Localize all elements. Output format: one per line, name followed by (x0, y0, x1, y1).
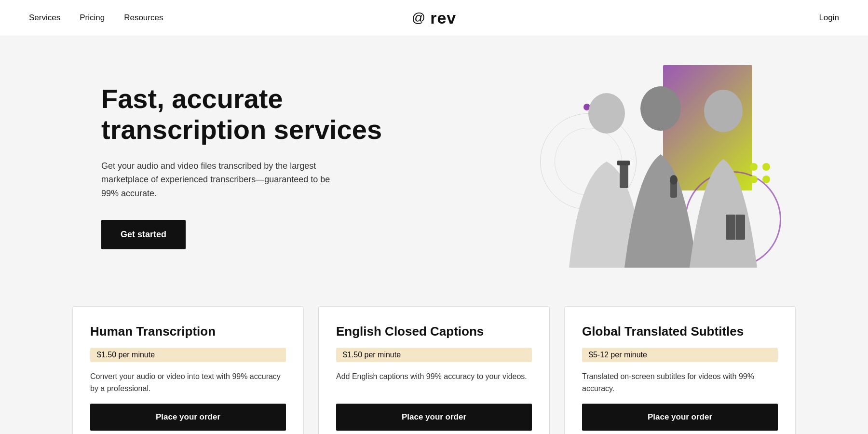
logo-text: rev (430, 9, 456, 27)
services-section: Human Transcription $1.50 per minute Con… (0, 297, 868, 434)
hero-subtitle: Get your audio and video files transcrib… (101, 159, 333, 201)
svg-point-0 (588, 93, 625, 134)
nav-services[interactable]: Services (29, 13, 60, 23)
card-2-title: English Closed Captions (336, 324, 532, 339)
nav-login[interactable]: Login (819, 13, 839, 23)
card-2-order-button[interactable]: Place your order (336, 404, 532, 431)
card-2-desc: Add English captions with 99% accuracy t… (336, 371, 532, 383)
svg-point-5 (670, 175, 678, 185)
card-3-title: Global Translated Subtitles (582, 324, 778, 339)
nav-logo[interactable]: @ rev (412, 9, 457, 27)
svg-point-3 (640, 86, 681, 131)
card-3-price: $5-12 per minute (582, 348, 778, 362)
svg-rect-2 (617, 161, 630, 165)
card-1-order-button[interactable]: Place your order (90, 404, 286, 431)
hero-content: Fast, accurate transcription services Ge… (101, 83, 400, 249)
hero-section: Fast, accurate transcription services Ge… (0, 36, 868, 297)
card-1-price: $1.50 per minute (90, 348, 286, 362)
card-3-order-button[interactable]: Place your order (582, 404, 778, 431)
nav-left: Services Pricing Resources (29, 13, 163, 23)
service-card-subtitles: Global Translated Subtitles $5-12 per mi… (564, 306, 796, 434)
svg-rect-1 (620, 162, 628, 188)
nav-pricing[interactable]: Pricing (80, 13, 105, 23)
navbar: Services Pricing Resources @ rev Login (0, 0, 868, 36)
hero-people (530, 65, 781, 268)
card-1-title: Human Transcription (90, 324, 286, 339)
hero-image (530, 65, 781, 268)
logo-symbol: @ (412, 10, 425, 26)
card-1-desc: Convert your audio or video into text wi… (90, 371, 286, 395)
svg-point-6 (704, 90, 743, 132)
nav-resources[interactable]: Resources (124, 13, 163, 23)
service-card-transcription: Human Transcription $1.50 per minute Con… (72, 306, 304, 434)
card-2-price: $1.50 per minute (336, 348, 532, 362)
card-3-desc: Translated on-screen subtitles for video… (582, 371, 778, 395)
get-started-button[interactable]: Get started (101, 220, 186, 249)
hero-title: Fast, accurate transcription services (101, 83, 400, 146)
nav-right: Login (819, 13, 839, 23)
service-card-captions: English Closed Captions $1.50 per minute… (318, 306, 550, 434)
